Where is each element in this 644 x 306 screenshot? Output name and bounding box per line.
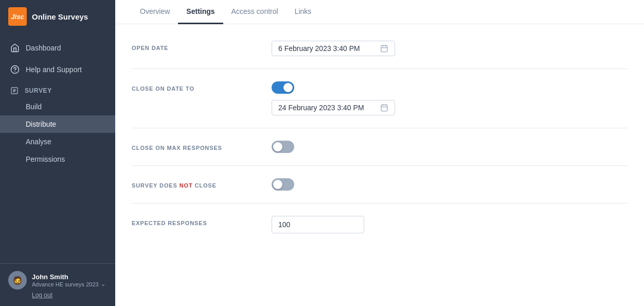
close-on-date-toggle[interactable] [272,81,294,94]
sidebar-item-dashboard[interactable]: Dashboard [0,37,115,59]
avatar: 🧔 [8,271,27,290]
close-on-max-toggle[interactable] [272,141,294,153]
help-circle-icon [10,65,20,74]
tabs-bar: Overview Settings Access control Links [115,0,644,24]
settings-content: OPEN DATE 6 February 2023 3:40 PM [115,24,644,306]
close-on-max-label: CLOSE ON MAX RESPONSES [132,141,255,151]
close-on-max-row: CLOSE ON MAX RESPONSES [132,128,628,166]
svg-rect-6 [381,46,387,52]
sidebar-item-build[interactable]: Build [0,98,115,115]
survey-not-close-row: SURVEY DOES NOT CLOSE [132,166,628,203]
survey-not-close-label: SURVEY DOES NOT CLOSE [132,178,255,189]
toggle-track-not-close [272,178,294,191]
toggle-thumb-max [273,142,282,151]
not-text: NOT [180,182,193,189]
sidebar: Jisc Online Surveys Dashboard Help and S… [0,0,115,306]
tab-links[interactable]: Links [287,0,320,24]
sidebar-item-build-label: Build [26,103,42,111]
sidebar-item-permissions[interactable]: Permissions [0,150,115,168]
survey-icon [10,87,19,95]
close-on-date-label: CLOSE ON DATE TO [132,81,255,92]
survey-section: SURVEY [0,80,115,98]
survey-not-close-toggle[interactable] [272,178,294,191]
close-on-date-row: CLOSE ON DATE TO 24 February 2023 3:40 P… [132,69,628,128]
expected-responses-row: EXPECTED RESPONSES [132,203,628,246]
sidebar-header: Jisc Online Surveys [0,0,115,33]
sidebar-item-distribute[interactable]: Distribute [0,115,115,133]
close-on-max-control [272,141,628,153]
tab-overview[interactable]: Overview [132,0,178,24]
closing-date-input[interactable]: 24 February 2023 3:40 PM [272,100,395,115]
open-date-row: OPEN DATE 6 February 2023 3:40 PM [132,37,628,69]
survey-not-close-control [272,178,628,191]
sidebar-item-help[interactable]: Help and Support [0,59,115,80]
logout-button[interactable]: Log out [8,292,107,299]
user-profile: 🧔 John Smith Advance HE surveys 2023 ⌄ [8,271,107,290]
app-title: Online Surveys [32,12,88,21]
user-org: Advance HE surveys 2023 ⌄ [32,281,105,287]
sidebar-footer: 🧔 John Smith Advance HE surveys 2023 ⌄ L… [0,263,115,306]
chevron-down-icon: ⌄ [101,281,105,287]
sidebar-item-distribute-label: Distribute [26,120,56,128]
expected-responses-control [272,216,628,233]
open-date-value: 6 February 2023 3:40 PM [278,44,360,53]
user-name: John Smith [32,273,105,281]
toggle-thumb [283,83,293,92]
jisc-logo: Jisc [8,7,27,26]
sidebar-item-dashboard-label: Dashboard [26,44,61,52]
main-content: Overview Settings Access control Links O… [115,0,644,306]
sidebar-nav: Dashboard Help and Support [0,33,115,263]
expected-responses-label: EXPECTED RESPONSES [132,216,255,226]
svg-rect-10 [381,105,387,111]
sidebar-item-analyse-label: Analyse [26,138,51,146]
tab-settings[interactable]: Settings [178,0,223,24]
close-on-date-control: 24 February 2023 3:40 PM [272,81,628,115]
closing-date-value: 24 February 2023 3:40 PM [278,104,364,112]
tab-access-control[interactable]: Access control [223,0,287,24]
calendar-icon [380,44,388,53]
closing-calendar-icon [380,104,388,112]
toggle-track-max [272,141,294,153]
user-info: John Smith Advance HE surveys 2023 ⌄ [32,273,105,287]
sidebar-item-analyse[interactable]: Analyse [0,133,115,150]
open-date-control: 6 February 2023 3:40 PM [272,41,628,56]
toggle-track [272,81,294,94]
expected-responses-input[interactable] [272,216,364,233]
open-date-label: OPEN DATE [132,41,255,51]
sidebar-item-help-label: Help and Support [26,65,82,74]
home-icon [10,43,20,53]
toggle-thumb-not-close [273,180,282,189]
survey-section-label: SURVEY [25,87,52,94]
sidebar-item-permissions-label: Permissions [26,155,65,163]
open-date-input[interactable]: 6 February 2023 3:40 PM [272,41,395,56]
